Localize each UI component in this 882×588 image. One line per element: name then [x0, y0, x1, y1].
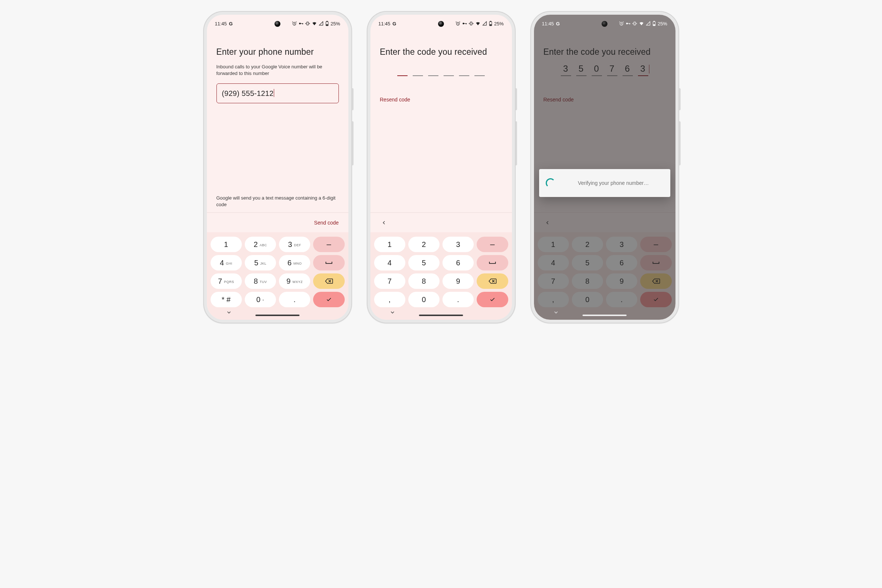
key-8[interactable]: 8: [408, 273, 440, 289]
code-digit-3[interactable]: [428, 64, 438, 76]
key-backspace[interactable]: [313, 273, 344, 289]
code-digit-6[interactable]: [474, 64, 485, 76]
key-7[interactable]: 7: [538, 273, 569, 289]
svg-point-1: [299, 23, 301, 25]
key-space[interactable]: [477, 255, 508, 270]
key-7[interactable]: 7: [374, 273, 405, 289]
key-space[interactable]: [313, 255, 344, 270]
key-5[interactable]: 5: [572, 255, 603, 270]
google-indicator: G: [393, 21, 396, 27]
key-6[interactable]: 6MNO: [279, 255, 310, 270]
vpn-key-icon: [626, 21, 631, 26]
back-button[interactable]: [380, 219, 388, 227]
key-3[interactable]: 3: [442, 237, 474, 252]
key-[interactable]: .: [606, 292, 637, 307]
code-digit-4[interactable]: 7: [607, 64, 617, 76]
wifi-icon: [312, 21, 317, 26]
key-dash[interactable]: –: [640, 237, 671, 252]
vibrate-icon: [305, 21, 310, 26]
key-5[interactable]: 5JKL: [245, 255, 276, 270]
key-4[interactable]: 4: [374, 255, 405, 270]
navigation-home-bar[interactable]: [419, 315, 463, 316]
vpn-key-icon: [298, 21, 303, 26]
battery-icon: [652, 21, 656, 26]
key-1[interactable]: 1: [374, 237, 405, 252]
back-button[interactable]: [543, 219, 552, 227]
key-6[interactable]: 6: [442, 255, 474, 270]
navigation-home-bar[interactable]: [582, 315, 627, 316]
svg-rect-14: [470, 22, 472, 25]
code-digit-2[interactable]: [413, 64, 423, 76]
key-dash[interactable]: –: [313, 237, 344, 252]
key-5[interactable]: 5: [408, 255, 440, 270]
svg-rect-8: [326, 25, 328, 26]
verification-code-input[interactable]: 350763: [543, 64, 666, 76]
code-digit-2[interactable]: 5: [576, 64, 586, 76]
key-[interactable]: ,: [538, 292, 569, 307]
key-4[interactable]: 4: [538, 255, 569, 270]
battery-text: 25%: [494, 21, 504, 27]
key-4[interactable]: 4GHI: [211, 255, 242, 270]
battery-text: 25%: [330, 21, 340, 27]
vpn-key-icon: [462, 21, 467, 26]
status-icons: 25%: [292, 21, 340, 27]
key-2[interactable]: 2ABC: [245, 237, 276, 252]
google-indicator: G: [229, 21, 232, 27]
key-8[interactable]: 8TUV: [245, 273, 276, 289]
phone-number-field[interactable]: (929) 555-1212: [216, 83, 339, 103]
svg-rect-21: [630, 23, 630, 24]
resend-code-button[interactable]: Resend code: [543, 97, 666, 102]
key-8[interactable]: 8: [572, 273, 603, 289]
code-digit-3[interactable]: 0: [592, 64, 602, 76]
screen-enter-code-empty: 11:45 G 25% Enter the code you received …: [370, 15, 512, 320]
key-1[interactable]: 1: [538, 237, 569, 252]
resend-code-button[interactable]: Resend code: [380, 97, 502, 102]
svg-point-10: [463, 23, 465, 25]
key-0[interactable]: 0: [572, 292, 603, 307]
collapse-keyboard-button[interactable]: [552, 309, 560, 316]
send-code-button[interactable]: Send code: [314, 220, 339, 226]
text-caret: [274, 89, 274, 97]
key-7[interactable]: 7PQRS: [211, 273, 242, 289]
key-submit[interactable]: [313, 292, 344, 307]
key-3[interactable]: 3DEF: [279, 237, 310, 252]
code-digit-5[interactable]: [459, 64, 469, 76]
status-bar: 11:45 G 25%: [534, 15, 675, 32]
key-submit[interactable]: [477, 292, 508, 307]
key-backspace[interactable]: [477, 273, 508, 289]
key-[interactable]: * #: [211, 292, 242, 307]
key-3[interactable]: 3: [606, 237, 637, 252]
key-[interactable]: .: [279, 292, 310, 307]
key-9[interactable]: 9: [606, 273, 637, 289]
cell-signal-icon: [482, 21, 487, 26]
code-digit-5[interactable]: 6: [622, 64, 633, 76]
code-digit-1[interactable]: [397, 64, 408, 76]
svg-rect-25: [654, 21, 655, 21]
key-submit[interactable]: [640, 292, 671, 307]
key-6[interactable]: 6: [606, 255, 637, 270]
verification-code-input[interactable]: [380, 64, 502, 76]
key-0[interactable]: 0+: [245, 292, 276, 307]
key-0[interactable]: 0: [408, 292, 440, 307]
collapse-keyboard-button[interactable]: [225, 309, 232, 316]
code-digit-6[interactable]: 3: [638, 64, 648, 76]
battery-icon: [325, 21, 329, 26]
key-space[interactable]: [640, 255, 671, 270]
code-digit-1[interactable]: 3: [561, 64, 571, 76]
key-2[interactable]: 2: [408, 237, 440, 252]
key-[interactable]: ,: [374, 292, 405, 307]
collapse-keyboard-button[interactable]: [389, 309, 396, 316]
navigation-home-bar[interactable]: [255, 315, 300, 316]
key-backspace[interactable]: [640, 273, 671, 289]
phone-number-value: (929) 555-1212: [222, 89, 274, 98]
status-icons: 25%: [455, 21, 504, 27]
key-[interactable]: .: [442, 292, 474, 307]
key-1[interactable]: 1: [211, 237, 242, 252]
cell-signal-icon: [319, 21, 324, 26]
code-digit-4[interactable]: [444, 64, 454, 76]
key-dash[interactable]: –: [477, 237, 508, 252]
key-9[interactable]: 9WXYZ: [279, 273, 310, 289]
key-9[interactable]: 9: [442, 273, 474, 289]
vibrate-icon: [469, 21, 474, 26]
key-2[interactable]: 2: [572, 237, 603, 252]
